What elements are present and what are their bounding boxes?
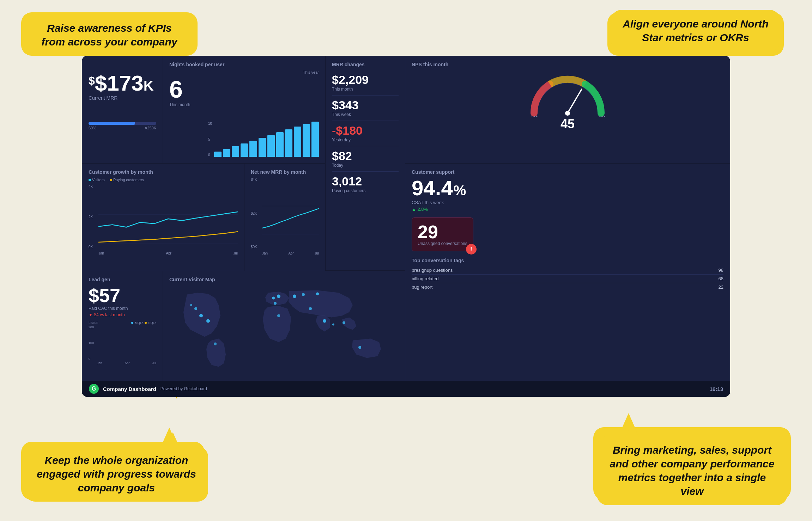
svg-point-16 bbox=[274, 302, 277, 305]
mrr-amount: $173 bbox=[95, 71, 144, 95]
lead-value: $57 bbox=[89, 286, 156, 305]
bubble-top-right: Align everyone around North Star metrics… bbox=[611, 10, 780, 51]
bubble-bottom-right: Bring marketing, sales, support and othe… bbox=[597, 436, 787, 505]
footer-powered: Powered by Geckoboard bbox=[160, 386, 207, 391]
footer-title: Company Dashboard bbox=[103, 386, 156, 392]
tag-row-1: billing related68 bbox=[412, 275, 723, 283]
svg-point-26 bbox=[190, 304, 192, 306]
unassigned-box: 29 Unassigned conversations ! bbox=[412, 217, 473, 251]
mrr-row-0: $2,209 This month bbox=[332, 70, 399, 96]
nps-gauge-svg: -100 100 bbox=[525, 71, 610, 117]
dashboard-footer: G Company Dashboard Powered by Geckoboar… bbox=[82, 381, 730, 397]
svg-text:100: 100 bbox=[599, 116, 606, 117]
footer-logo-icon: G bbox=[89, 384, 99, 394]
svg-point-17 bbox=[293, 295, 296, 298]
bubble-bottom-left: Keep the whole organization engaged with… bbox=[25, 446, 208, 502]
svg-point-11 bbox=[199, 314, 203, 318]
mrr-row-3: $82 Today bbox=[332, 146, 399, 172]
mrr-row-1: $343 This week bbox=[332, 96, 399, 121]
footer-time: 16:13 bbox=[710, 386, 723, 392]
nights-bar-chart bbox=[214, 122, 319, 157]
svg-point-22 bbox=[214, 343, 217, 345]
net-new-mrr-chart: $4K$2K$0K JanAprJul bbox=[251, 178, 319, 255]
csat-value: 94.4 bbox=[412, 178, 453, 199]
widget-net-new-mrr: Net new MRR by month $4K$2K$0K JanAprJul bbox=[244, 164, 325, 271]
unassigned-number: 29 bbox=[418, 223, 467, 241]
tags-section: Top conversation tags presignup question… bbox=[412, 258, 723, 291]
svg-point-15 bbox=[277, 295, 280, 298]
widget-visitor-map: Current Visitor Map bbox=[163, 271, 405, 381]
customer-growth-chart-area: 4K2K0K JanAprJul bbox=[89, 185, 238, 255]
map-container bbox=[169, 285, 399, 374]
nights-number: 6 bbox=[169, 77, 205, 101]
dashboard: $$173K Current MRR 69% ×250K Nights book… bbox=[82, 56, 730, 397]
tag-row-2: bug report22 bbox=[412, 283, 723, 291]
widget-lead-gen: Lead gen $57 Paid CAC this month ▼ $4 vs… bbox=[82, 271, 163, 381]
widget-nights-booked: Nights booked per user 6 This month This… bbox=[163, 56, 325, 163]
svg-point-13 bbox=[206, 319, 210, 323]
widget-customer-support: Customer support 94.4 % CSAT this week ▲… bbox=[405, 164, 730, 381]
mrr-row-2: -$180 Yesterday bbox=[332, 121, 399, 146]
svg-point-14 bbox=[272, 297, 275, 300]
svg-point-24 bbox=[277, 314, 280, 317]
svg-point-27 bbox=[309, 307, 312, 310]
page: Raise awareness of KPIs from across your… bbox=[0, 0, 812, 521]
widget-current-mrr: $$173K Current MRR 69% ×250K bbox=[82, 56, 163, 163]
world-map-svg bbox=[169, 285, 399, 374]
mrr-progress-fill bbox=[89, 122, 135, 125]
svg-line-1 bbox=[568, 89, 582, 113]
widget-nps: NPS this month -100 100 bbox=[405, 56, 730, 163]
widget-customer-growth: Customer growth by month Visitors Paying… bbox=[82, 164, 244, 271]
svg-point-25 bbox=[332, 324, 334, 326]
alert-icon: ! bbox=[466, 244, 477, 255]
svg-point-2 bbox=[565, 111, 570, 116]
widget-mrr-changes: MRR changes $2,209 This month $343 This … bbox=[326, 56, 405, 270]
mrr-row-4: 3,012 Paying customers bbox=[332, 172, 399, 197]
svg-point-18 bbox=[302, 293, 305, 296]
bubble-top-left: Raise awareness of KPIs from across your… bbox=[25, 14, 194, 56]
svg-point-21 bbox=[343, 321, 345, 324]
mrr-suffix: K bbox=[144, 78, 154, 93]
svg-point-19 bbox=[316, 293, 319, 295]
tag-row-0: presignup questions98 bbox=[412, 266, 723, 275]
nps-value: 45 bbox=[525, 117, 610, 131]
mrr-progress-bar-bg bbox=[89, 122, 156, 125]
svg-text:-100: -100 bbox=[529, 116, 538, 117]
svg-point-23 bbox=[358, 346, 361, 349]
svg-point-20 bbox=[323, 319, 326, 323]
lead-gen-chart: Leads MQLs SQLs 2001000 bbox=[89, 321, 156, 370]
mrr-label: Current MRR bbox=[89, 95, 156, 101]
svg-point-12 bbox=[194, 307, 197, 310]
